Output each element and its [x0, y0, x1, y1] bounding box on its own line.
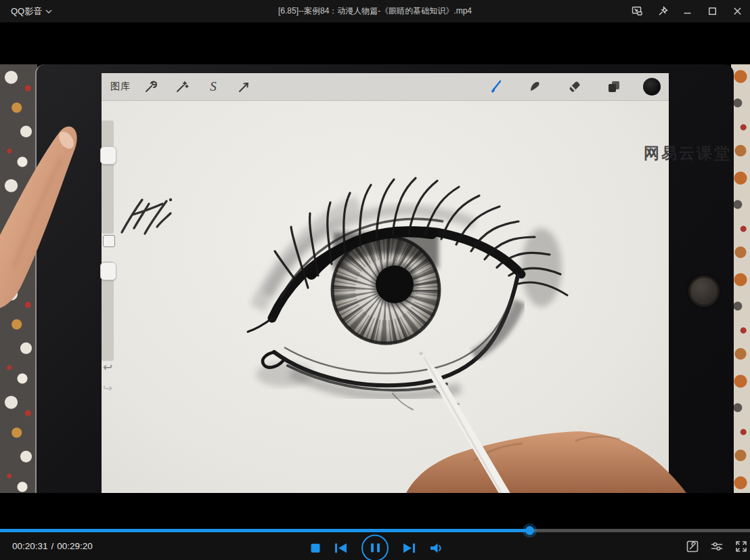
pause-icon [371, 543, 374, 552]
ipad-home-button [688, 276, 720, 307]
settings-sliders-icon [710, 540, 724, 553]
volume-button[interactable] [430, 542, 443, 553]
title-bar: QQ影音 [6.85]--案例84：动漫人物篇-《眼睛的基础知识》.mp4 [0, 0, 750, 22]
maximize-icon [708, 7, 717, 16]
previous-button[interactable] [334, 542, 347, 553]
speaker-icon [430, 542, 443, 553]
minimize-icon [683, 7, 692, 16]
skip-forward-icon [403, 542, 416, 553]
playback-settings-button[interactable] [710, 540, 724, 553]
app-window: QQ影音 [6.85]--案例84：动漫人物篇-《眼睛的基础知识》.mp4 [0, 0, 750, 560]
mini-mode-button[interactable] [625, 0, 650, 22]
undo-icon: ↩ [99, 360, 116, 374]
close-icon [733, 7, 742, 16]
pin-on-top-button[interactable] [650, 0, 675, 22]
video-display-area[interactable]: 图库 S [0, 22, 750, 529]
brush-icon [489, 79, 504, 94]
fullscreen-button[interactable] [734, 540, 748, 553]
redo-icon: ↪ [99, 381, 116, 395]
pause-button[interactable] [361, 534, 389, 560]
smudge-icon [528, 79, 543, 94]
adjustments-wand-icon [175, 79, 190, 94]
capture-tool-icon [686, 540, 699, 553]
capture-tool-button[interactable] [686, 540, 699, 553]
right-controls [686, 532, 748, 560]
total-time: 00:29:20 [57, 541, 93, 551]
skip-back-icon [334, 542, 347, 553]
maximize-button[interactable] [700, 0, 725, 22]
fabric-background-left [0, 64, 37, 493]
progress-bar[interactable] [0, 529, 750, 532]
transport-controls [311, 534, 443, 560]
current-time: 00:20:31 [12, 541, 48, 551]
stop-icon [311, 543, 320, 553]
video-frame: 图库 S [0, 64, 750, 493]
sidebar-modify-button [103, 235, 115, 247]
control-bar: 00:20:31 / 00:29:20 [0, 532, 750, 560]
brush-opacity-handle [100, 262, 116, 280]
procreate-gallery-label: 图库 [110, 73, 131, 100]
app-name-label: QQ影音 [11, 5, 42, 18]
stop-button[interactable] [311, 543, 320, 553]
close-button[interactable] [725, 0, 750, 22]
app-menu[interactable]: QQ影音 [11, 0, 52, 22]
progress-fill [0, 529, 530, 532]
fabric-background-right [731, 64, 750, 493]
selection-icon: S [206, 79, 221, 94]
time-separator: / [51, 541, 54, 551]
ipad-screen: 图库 S [102, 73, 669, 493]
layers-icon [606, 79, 621, 94]
pin-icon [657, 6, 668, 17]
fullscreen-icon [734, 540, 748, 553]
transform-arrow-icon [237, 79, 252, 94]
color-swatch [643, 78, 661, 95]
eraser-icon [567, 79, 582, 94]
next-button[interactable] [403, 542, 416, 553]
wrench-icon [144, 79, 158, 94]
brush-size-handle [100, 146, 116, 165]
procreate-toolbar: 图库 S [102, 73, 669, 101]
brush-size-slider [102, 121, 114, 234]
mini-mode-icon [632, 6, 643, 16]
window-controls [625, 0, 750, 22]
minimize-button[interactable] [675, 0, 700, 22]
chevron-down-icon [45, 8, 52, 15]
time-display: 00:20:31 / 00:29:20 [12, 532, 93, 560]
